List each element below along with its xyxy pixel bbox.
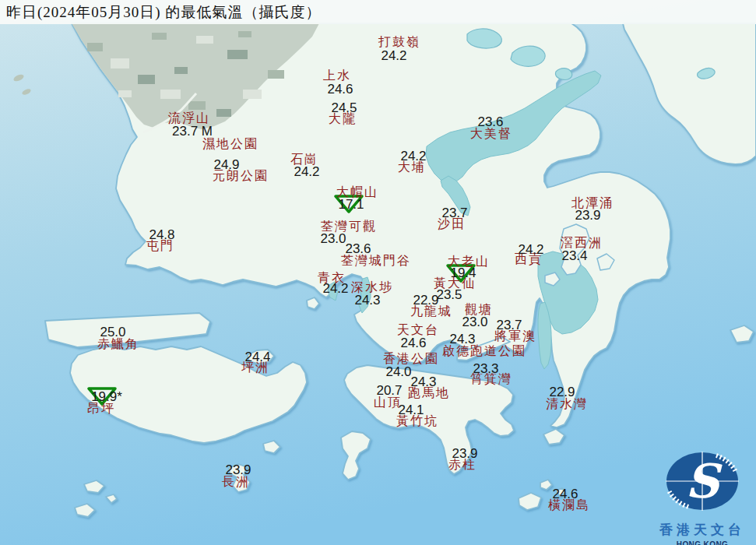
station-value: 22.9 bbox=[549, 385, 575, 400]
station-value: 24.1 bbox=[398, 403, 424, 418]
station-value: 24.0 bbox=[385, 364, 411, 380]
station-value: 24.4 bbox=[244, 350, 270, 365]
station-value: 20.7 bbox=[376, 383, 402, 399]
station-value: 23.6 bbox=[345, 241, 371, 257]
station-value: 17.1 bbox=[338, 197, 364, 213]
station-value: 24.5 bbox=[331, 100, 357, 116]
hko-logo-chinese: 香港天文台 bbox=[648, 521, 756, 539]
station-value: 24.9 bbox=[213, 157, 239, 173]
station-value: 24.2 bbox=[400, 149, 426, 164]
hong-kong-map bbox=[0, 0, 756, 545]
station-value: 25.0 bbox=[100, 325, 125, 340]
station-value: 23.9 bbox=[452, 446, 477, 462]
station-value: 24.2 bbox=[381, 48, 406, 64]
min-temp-map-screen: 昨日(2024年05月30日) 的最低氣溫（攝氏度） 24.2打鼓嶺24.6上水… bbox=[0, 0, 756, 545]
station-value: 19.4 bbox=[450, 265, 476, 281]
hko-logo: S 香港天文台 HONG KONG OBSERVATORY bbox=[648, 445, 756, 545]
station-value: 23.4 bbox=[561, 248, 587, 264]
station-value: 23.5 bbox=[436, 287, 462, 303]
station-value: 23.0 bbox=[462, 315, 487, 330]
station-value: 24.8 bbox=[149, 227, 174, 243]
station-value: 24.2 bbox=[518, 242, 543, 258]
station-value: 24.3 bbox=[354, 293, 380, 308]
station-value: 23.0 bbox=[320, 231, 346, 247]
station-value: 23.7 bbox=[496, 318, 522, 333]
station-value: 24.6 bbox=[552, 487, 578, 502]
station-value: 22.9 bbox=[413, 293, 438, 308]
port-island bbox=[555, 69, 571, 80]
station-value: 23.7 M bbox=[172, 124, 213, 139]
station-value: 24.3 bbox=[449, 332, 475, 347]
hko-emblem-icon: S bbox=[648, 445, 756, 517]
station-value: 23.6 bbox=[477, 114, 503, 130]
station-value: 23.7 bbox=[441, 206, 467, 221]
page-title: 昨日(2024年05月30日) 的最低氣溫（攝氏度） bbox=[6, 2, 321, 23]
svg-text:S: S bbox=[685, 454, 723, 508]
station-value: 24.2 bbox=[322, 281, 348, 297]
station-value: 24.6 bbox=[327, 82, 353, 97]
station-value: 24.6 bbox=[400, 336, 426, 351]
station-value: 19.9* bbox=[91, 389, 122, 405]
station-value: 23.3 bbox=[473, 361, 498, 377]
title-bar: 昨日(2024年05月30日) 的最低氣溫（攝氏度） bbox=[0, 0, 756, 24]
station-value: 23.9 bbox=[225, 462, 251, 478]
station-value: 23.9 bbox=[575, 208, 600, 223]
hko-logo-english: HONG KONG OBSERVATORY bbox=[648, 540, 756, 545]
station-value: 24.3 bbox=[410, 374, 436, 390]
station-value: 24.2 bbox=[294, 164, 319, 180]
